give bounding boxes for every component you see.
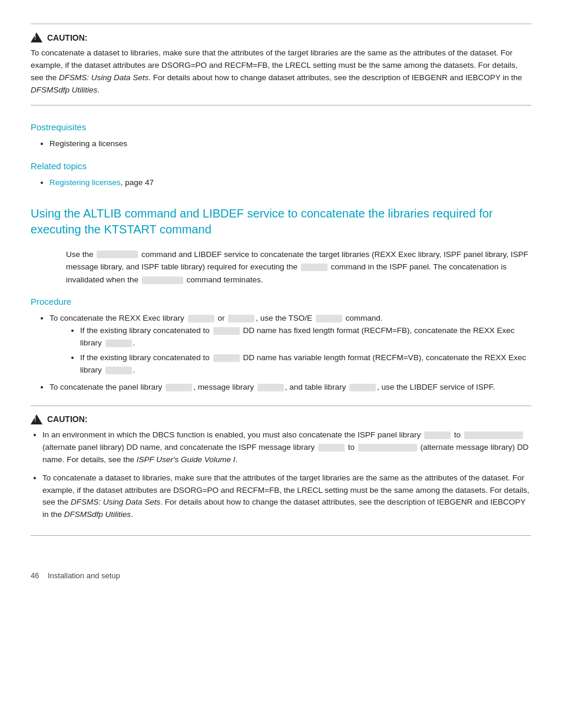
related-topics-section: Related topics Registering licenses, pag… xyxy=(31,161,531,189)
redacted-p2b xyxy=(105,340,132,347)
redacted-c1c xyxy=(318,444,345,452)
redacted-p3a xyxy=(213,354,240,362)
related-topics-heading: Related topics xyxy=(31,161,531,171)
caution-box-2: CAUTION: In an environment in which the … xyxy=(31,406,531,536)
redacted-command-3 xyxy=(142,276,183,284)
caution-header-1: CAUTION: xyxy=(31,32,531,42)
list-item: Registering licenses, page 47 xyxy=(49,177,531,189)
caution-italic-2a: ISPF User's Guide Volume I xyxy=(137,455,236,464)
related-topics-list: Registering licenses, page 47 xyxy=(31,177,531,189)
related-topic-suffix: , page 47 xyxy=(121,178,154,187)
redacted-p2a xyxy=(213,327,240,335)
caution-italic-1b: DFSMSdfp Utilities xyxy=(31,85,97,94)
postrequisites-list: Registering a licenses xyxy=(31,138,531,150)
postrequisites-item-1: Registering a licenses xyxy=(49,139,127,148)
redacted-command-2 xyxy=(301,263,328,271)
caution-label-1: CAUTION: xyxy=(47,33,87,42)
caution-body-1b: . For details about how to change datase… xyxy=(148,73,522,82)
main-section-heading: Using the ALTLIB command and LIBDEF serv… xyxy=(31,206,531,238)
redacted-c1b xyxy=(464,431,523,439)
postrequisites-section: Postrequisites Registering a licenses xyxy=(31,122,531,150)
procedure-sublist-1: If the existing library concatenated to … xyxy=(49,325,531,377)
footer-text: Installation and setup xyxy=(48,571,120,580)
redacted-p4b xyxy=(257,384,284,391)
caution-list-item-2: To concatenate a dataset to libraries, m… xyxy=(42,472,531,522)
registering-licenses-link[interactable]: Registering licenses xyxy=(49,178,121,187)
redacted-p4a xyxy=(166,384,192,391)
caution-triangle-icon-2 xyxy=(31,414,42,424)
redacted-p1b xyxy=(228,315,254,322)
caution-box-1: CAUTION: To concatenate a dataset to lib… xyxy=(31,24,531,106)
redacted-p3b xyxy=(105,367,132,374)
redacted-command-1 xyxy=(97,251,138,258)
caution-italic-1: DFSMS: Using Data Sets xyxy=(59,73,148,82)
caution-list-item-1: In an environment in which the DBCS func… xyxy=(42,429,531,466)
caution-triangle-icon-1 xyxy=(31,32,42,42)
list-item: If the existing library concatenated to … xyxy=(80,325,531,350)
redacted-p1c xyxy=(316,315,342,322)
redacted-c1d xyxy=(358,444,417,452)
caution-label-2: CAUTION: xyxy=(47,414,87,424)
page-content: CAUTION: To concatenate a dataset to lib… xyxy=(0,0,562,615)
list-item: Registering a licenses xyxy=(49,138,531,150)
postrequisites-heading: Postrequisites xyxy=(31,122,531,132)
page-footer: 46 Installation and setup xyxy=(31,571,531,580)
page-number: 46 xyxy=(31,571,39,580)
list-item: If the existing library concatenated to … xyxy=(80,352,531,377)
redacted-p1a xyxy=(188,315,214,322)
list-item: To concatenate the REXX Exec library or … xyxy=(49,312,531,377)
caution-header-2: CAUTION: xyxy=(31,414,531,424)
redacted-p4c xyxy=(349,384,376,391)
caution-italic-2b: DFSMS: Using Data Sets xyxy=(71,498,160,506)
procedure-list: To concatenate the REXX Exec library or … xyxy=(31,312,531,394)
redacted-c1a xyxy=(424,431,451,439)
body-paragraph: Use the command and LIBDEF service to co… xyxy=(31,248,531,286)
procedure-heading: Procedure xyxy=(31,297,531,307)
caution-2-list: In an environment in which the DBCS func… xyxy=(31,429,531,521)
procedure-section: Procedure To concatenate the REXX Exec l… xyxy=(31,297,531,394)
caution-text-1: To concatenate a dataset to libraries, m… xyxy=(31,47,531,97)
list-item: To concatenate the panel library , messa… xyxy=(49,381,531,394)
caution-italic-2c: DFSMSdfp Utilities xyxy=(64,510,131,519)
